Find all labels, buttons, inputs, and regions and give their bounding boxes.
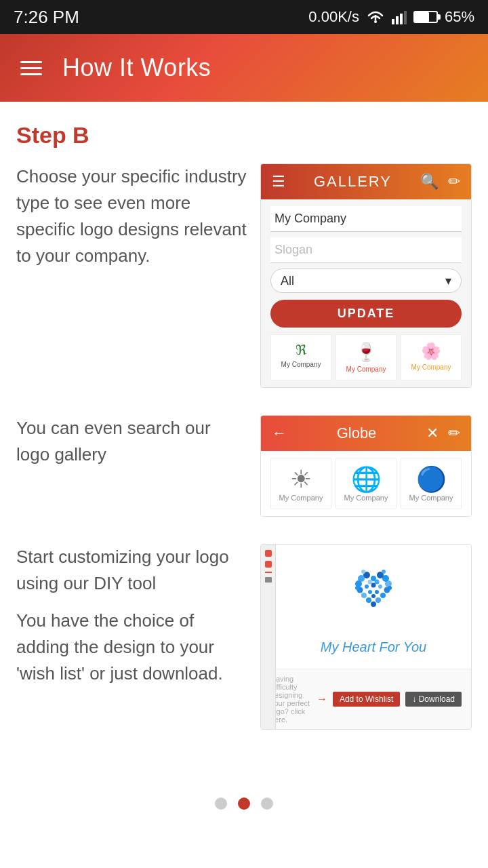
logo-icon-2: 🍷 (340, 342, 392, 363)
close-icon[interactable]: ✕ (426, 425, 439, 442)
globe-name-1: My Company (275, 494, 327, 502)
globe-logo-2[interactable]: 🌐 My Company (336, 458, 396, 509)
svg-point-28 (361, 570, 365, 574)
heart-logo-svg (333, 558, 414, 633)
section-diy-text2: You have the choice of adding the design… (16, 608, 247, 687)
gallery-mockup-image: ☰ GALLERY 🔍 ✏ My Company Slogan All ▾ UP (260, 163, 472, 388)
logo-icon-3: 🌸 (405, 342, 457, 361)
diy-content: My Heart For You (276, 545, 471, 669)
svg-rect-1 (392, 19, 394, 24)
wishlist-button[interactable]: Add to Wishlist (333, 692, 400, 707)
svg-point-23 (371, 583, 376, 588)
logo-item-2[interactable]: 🍷 My Company (336, 334, 396, 380)
diy-footer-text: Having difficulty designing your perfect… (270, 675, 311, 724)
svg-point-12 (366, 597, 371, 603)
logo-item-3[interactable]: 🌸 My Company (401, 334, 462, 380)
globe-logo-1[interactable]: ☀ My Company (270, 458, 331, 509)
page-dot-2[interactable] (238, 797, 250, 810)
svg-point-26 (375, 590, 379, 594)
globe-icon-2: 🌐 (340, 465, 392, 494)
app-bar: How It Works (0, 34, 488, 102)
gallery-actions: 🔍 ✏ (420, 173, 460, 191)
status-right: 0.00K/s 65% (308, 8, 474, 26)
globe-logo-3[interactable]: 🔵 My Company (401, 458, 462, 509)
diy-tool-3 (265, 572, 272, 573)
globe-icon-1: ☀ (275, 465, 327, 494)
svg-point-25 (368, 590, 372, 594)
diy-logo-text: My Heart For You (289, 639, 458, 655)
svg-point-22 (365, 585, 369, 589)
section-search: You can even search our logo gallery ← G… (16, 415, 472, 517)
section-industry-text: Choose your specific industry type to se… (16, 163, 247, 269)
logo-grid: ℜ My Company 🍷 My Company 🌸 My Company (270, 334, 462, 380)
globe-name-3: My Company (405, 494, 457, 502)
search-header: ← Globe ✕ ✏ (261, 416, 471, 451)
logo-name-3: My Company (405, 363, 457, 371)
diy-tool-1 (265, 550, 272, 557)
wifi-icon (366, 9, 385, 24)
content-area: Step B Choose your specific industry typ… (0, 102, 488, 777)
svg-point-20 (368, 580, 373, 585)
gallery-body: My Company Slogan All ▾ UPDATE ℜ My Comp… (261, 199, 471, 387)
gallery-mockup: ☰ GALLERY 🔍 ✏ My Company Slogan All ▾ UP (260, 163, 472, 388)
edit-icon[interactable]: ✏ (448, 425, 460, 442)
chevron-down-icon: ▾ (445, 273, 451, 288)
download-button[interactable]: ↓ Download (405, 692, 462, 707)
logo-name-2: My Company (340, 366, 392, 373)
section-search-text: You can even search our logo gallery (16, 415, 247, 468)
search-mockup: ← Globe ✕ ✏ ☀ My Company 🌐 My Compa (260, 415, 472, 517)
battery-icon (413, 11, 438, 23)
section-diy: Start customizing your logo using our DI… (16, 544, 472, 730)
svg-point-14 (375, 597, 381, 603)
search-title: Globe (295, 425, 418, 442)
diy-tool-4 (265, 577, 272, 583)
search-mockup-image: ← Globe ✕ ✏ ☀ My Company 🌐 My Compa (260, 415, 472, 517)
logo-item-1[interactable]: ℜ My Company (270, 334, 331, 380)
svg-rect-2 (396, 16, 399, 24)
gallery-title: GALLERY (293, 173, 412, 191)
diy-tool-2 (265, 561, 272, 568)
svg-point-31 (388, 586, 392, 590)
page-dot-1[interactable] (215, 797, 227, 810)
svg-point-29 (382, 570, 386, 574)
gallery-header: ☰ GALLERY 🔍 ✏ (261, 164, 471, 199)
back-icon[interactable]: ← (272, 425, 287, 442)
menu-button[interactable] (20, 61, 42, 75)
time: 7:26 PM (14, 7, 79, 28)
gallery-search-icon: 🔍 (420, 173, 439, 191)
diy-sidebar (261, 545, 276, 729)
svg-point-15 (380, 593, 386, 598)
dropdown-value: All (281, 274, 294, 288)
search-logo-grid: ☀ My Company 🌐 My Company 🔵 My Company (261, 451, 471, 516)
diy-footer: Having difficulty designing your perfect… (261, 669, 471, 729)
section-diy-text1: Start customizing your logo using our DI… (16, 544, 247, 597)
app-bar-title: How It Works (62, 54, 211, 82)
update-button[interactable]: UPDATE (270, 300, 462, 328)
svg-point-11 (361, 593, 367, 598)
pagination (0, 777, 488, 823)
signal-icon (392, 9, 407, 24)
svg-point-13 (371, 601, 376, 607)
svg-point-24 (378, 585, 382, 589)
gallery-menu-icon: ☰ (272, 173, 285, 191)
logo-name-1: My Company (275, 361, 327, 368)
svg-rect-3 (400, 14, 403, 24)
company-field: My Company (270, 206, 462, 232)
status-bar: 7:26 PM 0.00K/s 65% (0, 0, 488, 34)
svg-point-27 (371, 594, 375, 598)
gallery-edit-icon: ✏ (448, 173, 460, 191)
search-header-actions: ✕ ✏ (426, 425, 460, 442)
svg-point-0 (374, 20, 377, 23)
globe-icon-3: 🔵 (405, 465, 457, 494)
section-diy-texts: Start customizing your logo using our DI… (16, 544, 247, 687)
svg-point-30 (355, 586, 359, 590)
logo-icon-1: ℜ (275, 342, 327, 358)
diy-mockup-image: My Heart For You Having difficulty desig… (260, 544, 472, 730)
page-dot-3[interactable] (261, 797, 273, 810)
category-dropdown[interactable]: All ▾ (270, 269, 462, 293)
arrow-right-icon: → (317, 693, 327, 705)
section-industry: Choose your specific industry type to se… (16, 163, 472, 388)
network-speed: 0.00K/s (308, 8, 359, 26)
globe-name-2: My Company (340, 494, 392, 502)
svg-point-21 (375, 580, 380, 585)
